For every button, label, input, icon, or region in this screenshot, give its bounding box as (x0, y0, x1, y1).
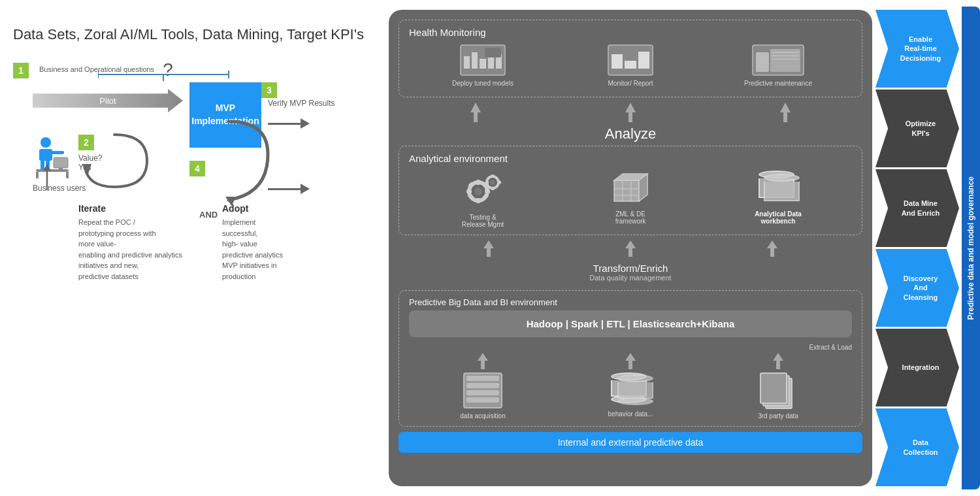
svg-marker-47 (483, 240, 494, 248)
bracket-line (98, 68, 307, 81)
svg-rect-13 (59, 168, 63, 170)
chevron-enable: Enable Real-time Decisioning (875, 10, 959, 88)
testing-label: Testing & Release Mgmt (462, 214, 504, 228)
svg-rect-39 (498, 181, 501, 184)
pilot-arrow: Pilot (33, 89, 183, 112)
svg-rect-12 (54, 157, 68, 168)
bigdata-title: Predictive Big Data and BI environment (409, 297, 852, 307)
adopt-desc: Implement successful, high- value predic… (222, 217, 283, 282)
acquisition-label: data acquisition (460, 412, 506, 420)
health-monitoring-title: Health Monitoring (409, 27, 852, 38)
up-arrow-1 (468, 103, 483, 122)
svg-marker-22 (780, 103, 791, 112)
predictive-chart-icon (752, 44, 804, 76)
svg-rect-8 (51, 151, 64, 154)
predictive-label: Predictive maintenance (744, 80, 812, 87)
monitor-chart-icon (608, 44, 653, 76)
svg-point-35 (490, 180, 495, 185)
iterate-desc: Repeat the POC / prototyping process wit… (78, 217, 182, 282)
svg-rect-11 (66, 172, 69, 178)
svg-point-25 (474, 188, 482, 195)
data-sources-row: data acquisition (409, 372, 852, 420)
3rdparty-label: 3rd party data (758, 412, 798, 420)
health-monitoring-section: Health Monitoring Deploy tune (399, 20, 862, 97)
svg-marker-51 (767, 240, 777, 248)
mvp-to-middle-arrow (268, 118, 310, 129)
extract-label: Extract & Load (409, 344, 852, 351)
and-label: AND (199, 210, 218, 220)
right-section: Predictive data and model governance Ena… (875, 7, 980, 489)
rack-icon (463, 372, 502, 408)
data-source-acquisition: data acquisition (444, 372, 522, 420)
svg-rect-29 (485, 190, 490, 193)
analytical-item-workbench: Analytical Data workbench (736, 171, 821, 225)
monitor-label: Monitor/ Report (608, 80, 653, 87)
blue-bottom-bar: Internal and external predictive data (399, 432, 862, 453)
step4-badge: 4 (189, 161, 205, 176)
svg-rect-27 (476, 198, 480, 203)
health-icons-row: Deploy tuned models Monitor/ Report (409, 44, 852, 87)
pilot-row: Pilot (33, 89, 183, 112)
svg-rect-28 (466, 190, 472, 193)
analyze-label: Analyze (399, 125, 862, 142)
step3-badge: 3 (261, 82, 277, 98)
iterate-title: Iterate (78, 203, 182, 214)
chevron-optimize: Optimize KPI's (875, 90, 959, 167)
up-arrow-6 (764, 240, 780, 257)
deploy-chart-icon (460, 44, 506, 76)
svg-rect-21 (629, 112, 632, 122)
svg-marker-49 (625, 240, 636, 248)
up-arrow-5 (623, 240, 638, 257)
analytical-title: Analytical environment (409, 153, 852, 164)
main-title: Data Sets, Zoral AI/ML Tools, Data Minin… (13, 26, 379, 43)
adopt-section: Adopt Implement successful, high- value … (222, 203, 283, 282)
deploy-label: Deploy tuned models (452, 80, 514, 87)
svg-rect-19 (474, 112, 478, 122)
db-behavior-icon (611, 372, 650, 406)
svg-rect-52 (770, 248, 774, 257)
datasource-up-arrows (409, 353, 852, 369)
up-arrow-bizusers (41, 164, 54, 190)
main-container: Data Sets, Zoral AI/ML Tools, Data Minin… (0, 0, 980, 496)
svg-marker-18 (470, 103, 481, 112)
svg-rect-23 (783, 112, 787, 122)
transform-sub: Data quality management (402, 274, 859, 282)
gear-icon (462, 171, 504, 210)
chevron-datamine: Data Mine And Enrich (875, 169, 959, 247)
vertical-label-container: Predictive data and model governance (962, 7, 980, 489)
verify-label: Verify MVP Results (268, 99, 335, 108)
health-up-arrows (399, 103, 862, 122)
svg-rect-26 (476, 180, 480, 185)
svg-marker-55 (625, 353, 636, 361)
data-source-3rdparty: 3rd party data (739, 372, 817, 420)
analytical-item-testing: Testing & Release Mgmt (440, 171, 525, 228)
chevron-discovery: Discovery And Cleansing (875, 249, 959, 327)
chevron-integration: Integration (875, 329, 959, 406)
up-arrow-3 (777, 103, 793, 122)
middle-section: Health Monitoring Deploy tune (389, 10, 872, 486)
left-section: Data Sets, Zoral AI/ML Tools, Data Minin… (7, 7, 385, 489)
transform-title: Transform/Enrich (402, 263, 859, 274)
transform-up-arrows (418, 240, 843, 257)
health-item-deploy: Deploy tuned models (444, 44, 522, 87)
chevron-datacollection: Data Collection (875, 408, 959, 486)
svg-rect-48 (487, 248, 491, 257)
analytical-section: Analytical environment (399, 146, 862, 235)
svg-rect-56 (629, 361, 632, 369)
workbench-label: Analytical Data workbench (755, 210, 802, 225)
svg-marker-53 (478, 353, 488, 361)
svg-rect-58 (776, 361, 780, 369)
svg-point-4 (41, 137, 51, 148)
bigdata-section: Predictive Big Data and BI environment H… (399, 290, 862, 427)
iterate-section: Iterate Repeat the POC / prototyping pro… (78, 203, 182, 282)
mvp-right-arrow (216, 115, 294, 213)
up-arrow-8 (623, 353, 638, 369)
svg-rect-10 (36, 172, 39, 178)
health-item-monitor: Monitor/ Report (591, 44, 670, 87)
svg-rect-50 (629, 248, 632, 257)
analytical-item-zml: ZML & DE framework (588, 171, 673, 225)
zml-label: ZML & DE framework (615, 210, 646, 225)
svg-rect-36 (491, 174, 494, 178)
svg-rect-54 (481, 361, 485, 369)
svg-rect-5 (39, 149, 52, 161)
